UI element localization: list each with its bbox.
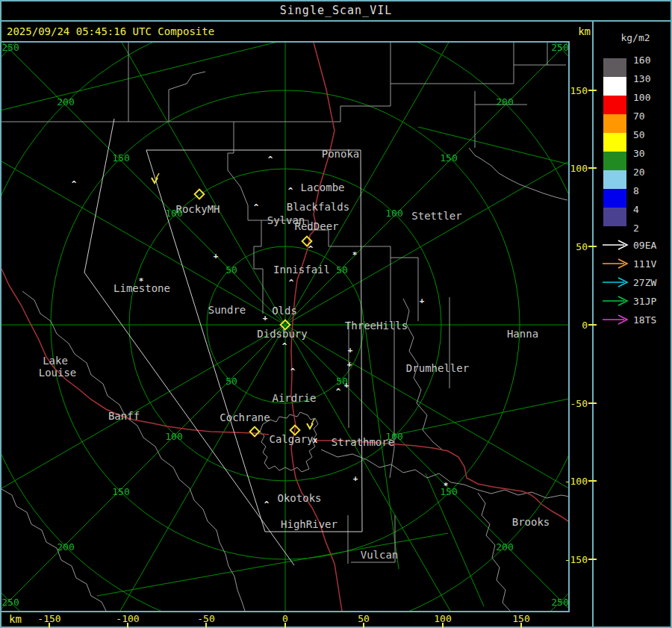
town-marker: +: [263, 313, 268, 323]
town-marker: +: [347, 359, 352, 369]
town-marker: x: [313, 435, 318, 445]
colorbar-value: 8: [633, 186, 639, 196]
radar-arrow-icon: [602, 258, 632, 270]
colorbar-value: 50: [633, 130, 645, 140]
colorbar-swatch: [603, 58, 626, 77]
city-label: Innisfail: [273, 265, 330, 275]
range-ring-label: 200: [496, 542, 513, 552]
town-marker: ^: [264, 500, 270, 509]
city-label: Airdrie: [272, 394, 316, 403]
town-marker: ^: [254, 202, 259, 212]
velocity-arrow-tail: [311, 419, 314, 424]
velocity-arrow-tail: [156, 173, 159, 178]
range-ring-label: 100: [165, 432, 182, 441]
radar-arrow-icon: [602, 239, 632, 251]
city-label: HighRiver: [281, 520, 337, 529]
colorbar-swatch: [603, 170, 626, 189]
right-axis-label: 100: [570, 164, 588, 173]
radar-id-label: 111V: [633, 259, 656, 269]
right-axis-label: 0: [582, 320, 588, 330]
range-ring-label: 50: [225, 376, 237, 386]
bottom-axis-label: 100: [434, 614, 451, 624]
bottom-axis-label: -50: [197, 614, 214, 624]
town-marker: +: [344, 380, 349, 390]
city-label: Ponoka: [322, 149, 360, 159]
town-marker: +: [214, 251, 219, 261]
bottom-axis-label: 0: [282, 614, 288, 624]
radar-id-label: 27ZW: [633, 278, 656, 287]
city-label: Drumheller: [406, 364, 469, 373]
colorbar-swatch: [603, 114, 626, 133]
right-axis-unit: km: [578, 27, 591, 37]
town-marker: ^: [282, 341, 287, 351]
range-ring-label: 150: [112, 487, 129, 497]
city-label: Okotoks: [277, 494, 321, 503]
colorbar-swatch: [603, 189, 626, 208]
range-ring-label: 50: [225, 265, 237, 275]
colorbar-value: 30: [633, 149, 645, 158]
range-ring-label: 200: [496, 97, 513, 107]
city-label: Hanna: [507, 329, 538, 339]
range-ring-label: 250: [1, 597, 19, 607]
radar-id-label: 31JP: [633, 296, 656, 306]
town-marker: *: [352, 250, 358, 260]
city-label: Banff: [108, 411, 140, 421]
range-ring-label: 250: [551, 43, 568, 52]
city-label: Cochrane: [220, 413, 270, 423]
city-label: Stettler: [411, 211, 461, 221]
right-axis-label: 150: [570, 86, 588, 96]
colorbar-unit: kg/m2: [620, 33, 650, 43]
city-label: Olds: [272, 306, 297, 316]
town-marker: +: [420, 296, 425, 305]
city-label: Vulcan: [361, 550, 399, 560]
city-label: Louise: [39, 368, 77, 378]
city-label: Brooks: [512, 517, 550, 527]
city-label: Lacombe: [300, 183, 344, 193]
town-marker: ^: [289, 278, 294, 287]
colorbar-swatch: [603, 77, 626, 96]
bottom-axis-label: -150: [37, 614, 60, 624]
town-marker: +: [353, 473, 358, 483]
city-label: Lake: [43, 356, 68, 366]
city-label: Sundre: [208, 305, 246, 315]
radar-arrow-icon: [602, 314, 632, 326]
colorbar-value: 130: [633, 74, 650, 84]
range-ring-label: 100: [165, 208, 182, 218]
town-marker: *: [444, 481, 449, 491]
colorbar-swatch: [603, 208, 626, 226]
range-ring-label: 250: [1, 43, 19, 52]
town-marker: ^: [336, 387, 341, 397]
radar-arrow-icon: [602, 276, 632, 288]
timestamp: 2025/09/24 05:45:16 UTC Composite: [7, 27, 214, 37]
city-label: Blackfalds: [287, 202, 349, 212]
city-label: ThreeHills: [345, 321, 408, 331]
window-title: Single_Scan_VIL: [280, 6, 392, 16]
bottom-axis-label: 50: [358, 614, 370, 624]
colorbar-value: 160: [633, 55, 650, 65]
range-ring-label: 150: [440, 153, 457, 163]
range-ring-label: 150: [112, 153, 129, 163]
right-axis-label: -100: [564, 476, 588, 486]
colorbar-value: 100: [633, 93, 650, 102]
right-axis-label: -50: [570, 399, 588, 408]
city-label: Calgary: [269, 435, 313, 444]
town-marker: +: [348, 345, 353, 355]
range-ring-label: 100: [385, 208, 402, 218]
town-marker: ^: [268, 155, 273, 164]
range-ring-label: 100: [385, 432, 402, 441]
city-label: Didsbury: [257, 329, 307, 339]
radar-arrow-icon: [602, 295, 632, 307]
range-ring-label: 50: [336, 265, 348, 275]
range-ring-label: 250: [551, 597, 568, 607]
radar-id-label: 18TS: [633, 315, 656, 325]
radar-viewer-window: Single_Scan_VIL 2025/09/24 05:45:16 UTC …: [0, 0, 672, 628]
radar-id-label: 09EA: [633, 240, 656, 250]
town-marker: ^: [308, 244, 314, 254]
bottom-axis-label: -100: [116, 614, 139, 624]
right-axis-label: -150: [564, 555, 588, 565]
colorbar-value: 70: [633, 111, 645, 121]
city-label: RedDeer: [294, 222, 338, 231]
town-marker: *: [139, 276, 144, 286]
right-axis-label: 50: [576, 242, 588, 252]
town-marker: ^: [72, 179, 77, 189]
